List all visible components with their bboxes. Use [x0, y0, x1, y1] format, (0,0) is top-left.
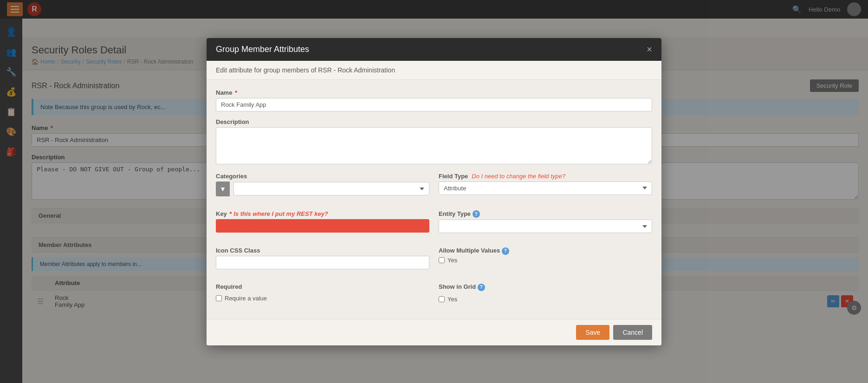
entity-type-help-icon[interactable]: ?	[473, 210, 480, 218]
show-in-grid-help-icon[interactable]: ?	[478, 284, 485, 291]
show-in-grid-section: Show in Grid ? Yes	[439, 283, 652, 303]
modal-icon-css-label: Icon CSS Class	[216, 247, 429, 254]
modal-subheader: Edit attribute for group members of RSR …	[207, 61, 661, 80]
modal-key-label: Key * Is this where I put my REST key?	[216, 210, 429, 217]
show-in-grid-checkbox-group: Yes	[439, 296, 652, 303]
allow-multiple-checkbox-group: Yes	[439, 257, 652, 264]
modal-icon-allowmulti-row: Icon CSS Class Allow Multiple Values ? Y…	[216, 247, 652, 276]
modal-key-entitytype-row: Key * Is this where I put my REST key? E…	[216, 210, 652, 240]
modal-footer: Save Cancel	[207, 319, 661, 345]
categories-select-wrapper: ▼	[216, 182, 429, 196]
modal-categories-label: Categories	[216, 173, 429, 180]
entity-type-select[interactable]: Person Group GroupMember	[439, 220, 652, 233]
cancel-button[interactable]: Cancel	[613, 325, 652, 340]
modal-categories-fieldtype-row: Categories ▼ Field Type Do I need to cha…	[216, 173, 652, 203]
allow-multiple-yes-label[interactable]: Yes	[447, 257, 457, 264]
modal-icon-css-input[interactable]	[216, 256, 429, 269]
modal-entity-type-label: Entity Type ?	[439, 210, 652, 218]
field-type-select[interactable]: Attribute Text Boolean Date Integer Deci…	[439, 182, 652, 195]
modal-title: Group Member Attributes	[216, 45, 309, 54]
require-value-label[interactable]: Require a value	[225, 295, 267, 302]
modal-close-button[interactable]: ×	[647, 45, 652, 54]
require-value-checkbox[interactable]	[216, 295, 222, 301]
categories-select[interactable]	[233, 182, 429, 195]
allow-multiple-help-icon[interactable]: ?	[502, 247, 509, 255]
field-type-question: Do I need to change the field type?	[472, 173, 565, 180]
modal-required-showgrid-row: Required Require a value Show in Grid ? …	[216, 283, 652, 303]
modal-allow-multiple-group: Allow Multiple Values ? Yes	[439, 247, 652, 269]
show-in-grid-yes-label[interactable]: Yes	[447, 296, 457, 303]
modal-name-input[interactable]	[216, 98, 652, 111]
modal-key-group: Key * Is this where I put my REST key?	[216, 210, 429, 234]
modal-field-type-group: Field Type Do I need to change the field…	[439, 173, 652, 196]
save-button[interactable]: Save	[576, 325, 609, 340]
modal-entity-type-group: Entity Type ? Person Group GroupMember	[439, 210, 652, 234]
required-label: Required	[216, 283, 429, 290]
modal-description-group: Description	[216, 118, 652, 166]
modal-header: Group Member Attributes ×	[207, 38, 661, 61]
require-value-checkbox-group: Require a value	[216, 295, 429, 302]
modal-name-group: Name *	[216, 89, 652, 111]
show-in-grid-checkbox[interactable]	[439, 296, 445, 302]
modal-description-label: Description	[216, 118, 652, 125]
categories-folder-button[interactable]: ▼	[216, 182, 230, 196]
field-type-label-row: Field Type Do I need to change the field…	[439, 173, 652, 180]
key-question: Is this where I put my REST key?	[233, 210, 328, 217]
modal-dialog: Group Member Attributes × Edit attribute…	[207, 38, 661, 345]
show-in-grid-label: Show in Grid ?	[439, 283, 652, 291]
modal-name-label: Name *	[216, 89, 652, 96]
modal-categories-group: Categories ▼	[216, 173, 429, 196]
required-section: Required Require a value	[216, 283, 429, 303]
modal-key-input[interactable]	[216, 219, 429, 233]
modal-field-type-label: Field Type	[439, 173, 468, 180]
modal-allow-multiple-label: Allow Multiple Values ?	[439, 247, 652, 255]
modal-icon-css-group: Icon CSS Class	[216, 247, 429, 269]
modal-body: Name * Description Categories ▼	[207, 80, 661, 319]
modal-description-input[interactable]	[216, 127, 652, 164]
modal-overlay: Group Member Attributes × Edit attribute…	[0, 0, 868, 383]
allow-multiple-checkbox[interactable]	[439, 257, 445, 263]
